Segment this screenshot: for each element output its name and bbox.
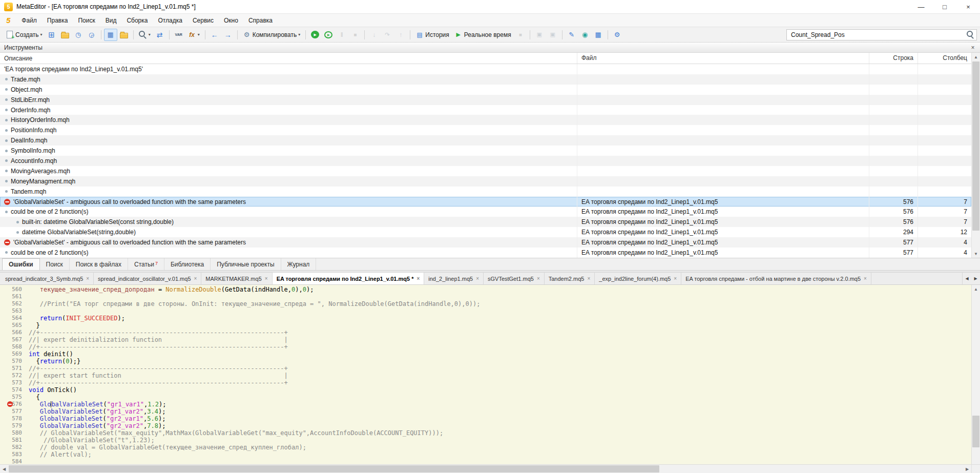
toolbox-row[interactable]: AccountInfo.mqh	[0, 156, 971, 166]
editor-tab-spread-indicator-3-symb-mq5[interactable]: spread_indicator_3_Symb.mq5×	[1, 273, 94, 284]
column-header-описание[interactable]: Описание	[0, 55, 577, 62]
editor-tab-ea-торговля-спредами-по-ind2-linep1-v-01-mq5[interactable]: EA торговля спредами по Ind2_Linep1_v.01…	[273, 273, 425, 284]
code-line[interactable]: 569int deinit()	[0, 351, 971, 358]
scroll-up-icon[interactable]: ▲	[972, 285, 980, 293]
tab-close-icon[interactable]: ×	[587, 276, 590, 281]
code-line[interactable]: 571//+----------------------------------…	[0, 365, 971, 372]
maximize-button[interactable]: □	[933, 0, 956, 13]
code-line[interactable]: 575 {	[0, 394, 971, 401]
toolbox-row[interactable]: PositionInfo.mqh	[0, 125, 971, 135]
search-menu-button[interactable]: ▾	[136, 29, 153, 41]
code-line[interactable]: 561	[0, 293, 971, 300]
toolbox-row[interactable]: MoneyManagment.mqh	[0, 176, 971, 187]
tab-close-icon[interactable]: ×	[194, 276, 197, 281]
compile-button[interactable]: ⚙Компилировать▾	[240, 29, 303, 41]
code-line[interactable]: 572//| expert start function |	[0, 372, 971, 379]
code-line[interactable]: 577 GlobalVariableSet("gr1_var2",3.4);	[0, 408, 971, 415]
toolbox-row[interactable]: DealInfo.mqh	[0, 135, 971, 146]
toolbox-tab-поиск[interactable]: Поиск	[40, 258, 70, 270]
menu-item-сервис[interactable]: Сервис	[187, 14, 219, 27]
tab-close-icon[interactable]: ×	[537, 276, 540, 281]
tab-scroll-right-icon[interactable]: ▶	[971, 273, 980, 284]
toolbox-row[interactable]: HistoryOrderInfo.mqh	[0, 115, 971, 125]
open-file-button[interactable]	[58, 29, 72, 41]
column-header-столбец[interactable]: Столбец	[918, 53, 971, 64]
toolbox-vertical-scrollbar[interactable]: ▲ ▼	[971, 53, 980, 258]
toolbox-tab-библиотека[interactable]: Библиотека	[164, 258, 211, 270]
scrollbar-thumb[interactable]	[972, 61, 979, 231]
tab-close-icon[interactable]: ×	[476, 276, 479, 281]
toolbox-row[interactable]: OrderInfo.mqh	[0, 105, 971, 115]
metaquotes-logo[interactable]: 5	[0, 16, 16, 25]
tab-close-icon[interactable]: ×	[416, 276, 420, 281]
toolbox-row[interactable]: 'EA торговля спредами по Ind2_Linep1_v.0…	[0, 64, 971, 74]
menu-item-поиск[interactable]: Поиск	[73, 14, 100, 27]
snippet-copy-button[interactable]: ▣	[533, 29, 546, 41]
tab-scroll-left-icon[interactable]: ◀	[963, 273, 971, 284]
tab-close-icon[interactable]: ×	[674, 276, 677, 281]
insert-variable-button[interactable]: VAR	[172, 29, 185, 41]
code-line[interactable]: 574void OnTick()	[0, 386, 971, 394]
code-editor[interactable]: 560 текущее_значение_спред_допродан = No…	[0, 285, 980, 464]
toolbox-row[interactable]: SymbolInfo.mqh	[0, 146, 971, 156]
scroll-right-icon[interactable]: ▶	[963, 465, 971, 473]
insert-function-button[interactable]: fx▾	[185, 29, 202, 41]
code-line[interactable]: 578 GlobalVariableSet("gr2_var1",5.6);	[0, 415, 971, 422]
step-over-button[interactable]: ↷	[381, 29, 394, 41]
toggle-toolbox-button[interactable]: ▦	[104, 29, 117, 41]
navigate-forward-button[interactable]: →	[221, 29, 235, 41]
debug-history-data-button[interactable]: ▶	[322, 29, 335, 41]
menu-item-правка[interactable]: Правка	[42, 14, 73, 27]
tab-close-icon[interactable]: ×	[265, 276, 268, 281]
search-icon[interactable]	[966, 31, 974, 39]
toolbox-tab-статьи[interactable]: Статьи7	[128, 258, 164, 270]
new-window-button[interactable]: ⊞	[45, 29, 58, 41]
toolbox-row[interactable]: 'GlobalVariableSet' - ambiguous call to …	[0, 237, 971, 248]
editor-tab-tandem2-mq5[interactable]: Tandem2.mq5×	[545, 273, 595, 284]
toolbox-row[interactable]: Object.mqh	[0, 85, 971, 95]
profiler-stop-button[interactable]: ■	[514, 29, 527, 41]
toolbox-row[interactable]: 'GlobalVariableSet' - ambiguous call to …	[0, 197, 971, 207]
tab-close-icon[interactable]: ×	[86, 276, 89, 281]
code-line[interactable]: 565 }	[0, 322, 971, 329]
code-line[interactable]: 584	[0, 458, 971, 464]
new-file-button[interactable]: Создать▾	[3, 29, 45, 41]
editor-tab-sgvtestget1-mq5[interactable]: sGVTestGet1.mq5×	[484, 273, 545, 284]
debug-stop-button[interactable]: ■	[348, 29, 362, 41]
toolbox-close-icon[interactable]: ×	[969, 44, 977, 51]
tab-close-icon[interactable]: ×	[864, 276, 867, 281]
code-line[interactable]: 563	[0, 307, 971, 315]
scroll-down-icon[interactable]: ▼	[972, 250, 980, 258]
editor-tab-ind-2-linep1-mq5[interactable]: ind_2_linep1.mq5×	[424, 273, 484, 284]
editor-vertical-scrollbar[interactable]: ▲ ▼	[971, 285, 980, 464]
code-line[interactable]: 564 return(INIT_SUCCEEDED);	[0, 315, 971, 322]
debug-real-data-button[interactable]: ▶	[308, 29, 322, 41]
edit-article-button[interactable]: ✎	[565, 29, 578, 41]
scrollbar-thumb[interactable]	[972, 416, 979, 447]
navigate-back-button[interactable]: ←	[208, 29, 221, 41]
snippet-paste-button[interactable]: ▣	[546, 29, 559, 41]
storage-checkout-button[interactable]: ◷	[72, 29, 85, 41]
column-header-строка[interactable]: Строка	[869, 53, 918, 64]
toolbox-tab-журнал[interactable]: Журнал	[281, 258, 317, 270]
toolbox-row[interactable]: could be one of 2 function(s)EA торговля…	[0, 248, 971, 258]
mql5-services-button[interactable]: ◉	[578, 29, 592, 41]
toolbox-row[interactable]: StdLibErr.mqh	[0, 95, 971, 105]
toolbox-tab-ошибки[interactable]: Ошибки	[2, 258, 40, 270]
code-line[interactable]: 570 {return(0);}	[0, 358, 971, 365]
column-header-файл[interactable]: Файл	[577, 53, 869, 64]
profiler-realtime-button[interactable]: ▶Реальное время	[452, 29, 514, 41]
code-line[interactable]: 566//+----------------------------------…	[0, 329, 971, 336]
toolbox-row[interactable]: MovingAverages.mqh	[0, 166, 971, 176]
code-line[interactable]: 568//+----------------------------------…	[0, 343, 971, 351]
editor-horizontal-scrollbar[interactable]: ◀ ▶	[0, 464, 980, 473]
toolbox-row[interactable]: Trade.mqh	[0, 74, 971, 85]
scroll-left-icon[interactable]: ◀	[0, 465, 8, 473]
code-line[interactable]: 560 текущее_значение_спред_допродан = No…	[0, 286, 971, 293]
toolbox-tab-публичные-проекты[interactable]: Публичные проекты	[211, 258, 281, 270]
code-line[interactable]: 580 // GlobalVariableSet("max_equity",Ma…	[0, 429, 971, 437]
open-data-folder-button[interactable]	[117, 29, 131, 41]
toolbox-row[interactable]: Tandem.mqh	[0, 187, 971, 197]
search-settings-button[interactable]: ⚙	[611, 29, 624, 41]
storage-commit-button[interactable]: ◶	[85, 29, 98, 41]
